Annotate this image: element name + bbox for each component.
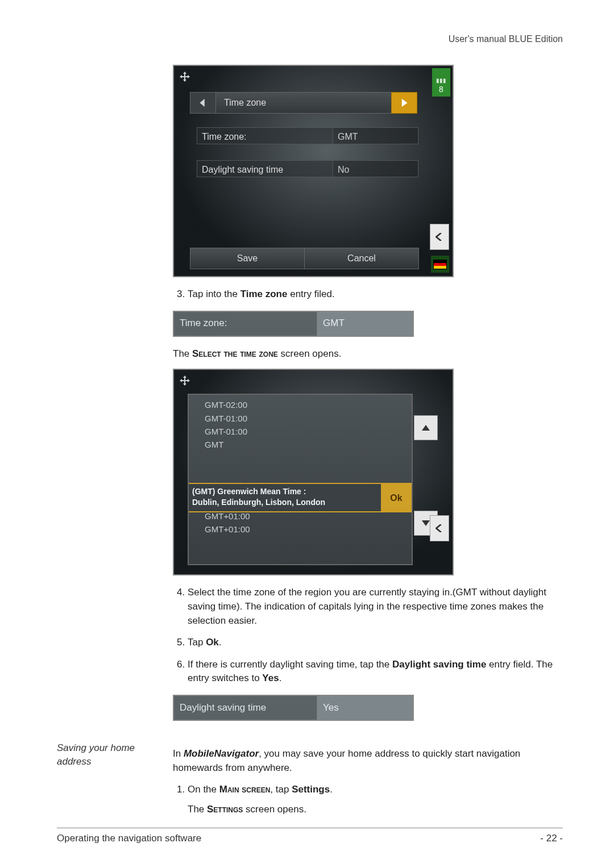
screenshot-timezone-field: Time zone: GMT	[173, 311, 414, 337]
screen-title: Time zone	[216, 92, 391, 114]
dst-value: No	[333, 160, 418, 177]
after-strip1-text: The Select the time zone screen opens.	[173, 347, 563, 361]
list-item[interactable]: GMT+01:00	[205, 523, 406, 536]
strip-dst-label: Daylight saving time	[174, 696, 317, 720]
tz-list-above[interactable]: GMT-02:00 GMT-01:00 GMT-01:00 GMT	[189, 395, 412, 451]
footer-left: Operating the navigation software	[57, 833, 201, 844]
list-item[interactable]: GMT	[205, 438, 406, 451]
strip-timezone-value: GMT	[317, 312, 413, 336]
section2-step-1: On the Main screen, tap Settings. The Se…	[188, 783, 563, 816]
strip-dst-value: Yes	[317, 696, 413, 720]
next-button[interactable]	[391, 92, 417, 114]
list-item[interactable]: GMT-01:00	[205, 412, 406, 425]
section2-intro: In MobileNavigator, you may save your ho…	[173, 747, 563, 775]
screenshot-select-timezone: GMT-02:00 GMT-01:00 GMT-01:00 GMT (GMT) …	[173, 369, 454, 575]
save-button[interactable]: Save	[190, 248, 305, 269]
gps-status-icon: ▮▮▮ 8	[432, 68, 450, 97]
margin-heading-saving-home: Saving your home address	[57, 741, 159, 826]
flag-icon	[431, 256, 449, 273]
cancel-button[interactable]: Cancel	[305, 248, 419, 269]
move-icon	[176, 68, 193, 85]
timezone-value: GMT	[333, 127, 418, 144]
footer-page-number: - 22 -	[540, 833, 563, 844]
tz-selected-line2: Dublin, Edinburgh, Lisbon, London	[192, 497, 377, 508]
list-item[interactable]: GMT-02:00	[205, 398, 406, 411]
dst-label: Daylight saving time	[197, 160, 333, 177]
step-3: Tap into the Time zone entry filed.	[188, 287, 563, 302]
list-item[interactable]: GMT-01:00	[205, 425, 406, 438]
prev-button[interactable]	[190, 92, 216, 114]
tz-selected-row[interactable]: (GMT) Greenwich Mean Time : Dublin, Edin…	[189, 483, 412, 512]
move-icon	[176, 372, 193, 389]
scroll-up-button[interactable]	[414, 415, 438, 440]
ok-button[interactable]: Ok	[381, 484, 412, 511]
step-6: If there is currently daylight saving ti…	[188, 658, 563, 686]
side-back-button[interactable]	[430, 224, 449, 250]
side-back-button[interactable]	[430, 515, 449, 541]
screenshot-dst-field: Daylight saving time Yes	[173, 695, 414, 721]
header-manual-title: User's manual BLUE Edition	[57, 34, 563, 44]
screenshot-timezone-settings: ▮▮▮ 8 Time zone Time zone:	[173, 65, 454, 277]
dst-row[interactable]: Daylight saving time No	[197, 160, 418, 177]
tz-selected-line1: (GMT) Greenwich Mean Time :	[192, 486, 377, 497]
strip-timezone-label: Time zone:	[174, 312, 317, 336]
timezone-label: Time zone:	[197, 127, 333, 144]
timezone-row[interactable]: Time zone: GMT	[197, 127, 418, 144]
step-4: Select the time zone of the region you a…	[188, 586, 563, 628]
gps-sat-count: 8	[439, 84, 443, 95]
step-5: Tap Ok.	[188, 636, 563, 650]
